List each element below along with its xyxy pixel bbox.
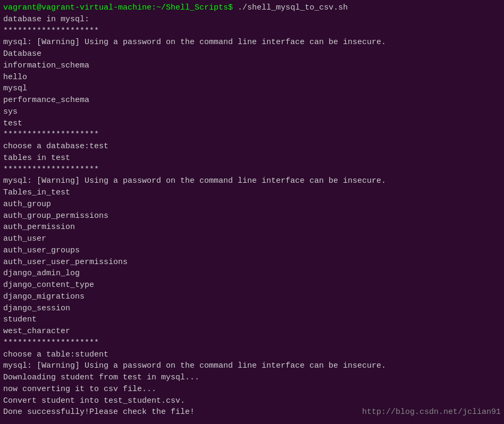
output-line-16: Tables_in_test xyxy=(3,187,501,199)
output-line-15: mysql: [Warning] Using a password on the… xyxy=(3,175,501,187)
output-line-14: ******************** xyxy=(3,164,501,176)
output-line-1: database in mysql: xyxy=(3,14,501,26)
output-line-17: auth_group xyxy=(3,199,501,210)
output-line-25: django_migrations xyxy=(3,291,501,303)
output-line-34: Convert student into test_student.csv. xyxy=(3,395,501,407)
prompt-separator: : xyxy=(152,3,156,12)
output-line-3: mysql: [Warning] Using a password on the… xyxy=(3,37,501,48)
output-line-31: mysql: [Warning] Using a password on the… xyxy=(3,360,501,372)
output-line-27: student xyxy=(3,314,501,326)
url-text: http://blog.csdn.net/jclian91 xyxy=(362,406,501,418)
output-line-28: west_character xyxy=(3,326,501,337)
output-line-8: performance_schema xyxy=(3,95,501,106)
prompt-dollar: $ xyxy=(228,3,238,12)
output-line-12: choose a database:test xyxy=(3,141,501,152)
output-line-2: ******************** xyxy=(3,26,501,37)
output-line-24: django_content_type xyxy=(3,279,501,291)
output-line-35: Done successfully!Please check the file! xyxy=(3,406,195,418)
prompt-path: ~/Shell_Scripts xyxy=(156,3,228,12)
output-line-13: tables in test xyxy=(3,152,501,164)
output-line-29: ******************** xyxy=(3,337,501,349)
output-line-11: ******************** xyxy=(3,129,501,141)
output-line-18: auth_group_permissions xyxy=(3,210,501,222)
output-line-22: auth_user_user_permissions xyxy=(3,257,501,268)
output-line-5: information_schema xyxy=(3,60,501,72)
output-line-9: sys xyxy=(3,106,501,118)
output-line-19: auth_permission xyxy=(3,222,501,233)
output-line-23: django_admin_log xyxy=(3,268,501,279)
command-text: ./shell_mysql_to_csv.sh xyxy=(238,3,348,12)
output-line-21: auth_user_groups xyxy=(3,245,501,257)
output-line-10: test xyxy=(3,118,501,130)
prompt-user: vagrant@vagrant-virtual-machine xyxy=(3,3,152,12)
prompt-line: vagrant@vagrant-virtual-machine:~/Shell_… xyxy=(3,2,501,14)
output-line-33: now converting it to csv file... xyxy=(3,384,501,395)
output-line-26: django_session xyxy=(3,303,501,315)
output-line-6: hello xyxy=(3,72,501,83)
output-line-32: Downloading student from test in mysql..… xyxy=(3,372,501,384)
terminal-window: vagrant@vagrant-virtual-machine:~/Shell_… xyxy=(0,0,504,424)
output-line-30: choose a table:student xyxy=(3,349,501,361)
output-line-7: mysql xyxy=(3,83,501,95)
output-line-4: Database xyxy=(3,48,501,60)
bottom-row: Done successfully!Please check the file!… xyxy=(3,406,501,418)
output-line-20: auth_user xyxy=(3,233,501,245)
